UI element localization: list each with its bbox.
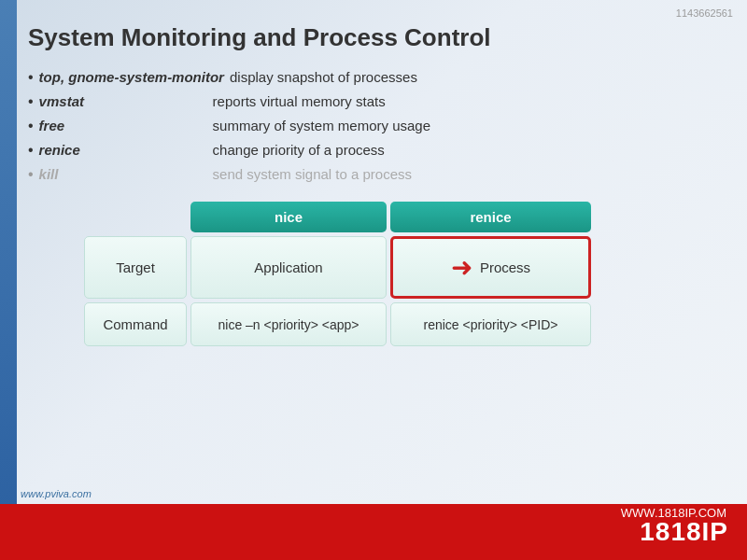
process-content: ➜ Process [451, 252, 530, 283]
header-nice: nice [190, 202, 387, 232]
cell-target: Target [84, 236, 187, 299]
bullet-symbol: • [28, 118, 34, 134]
bottom-logo-sub: WWW.1818IP.COM [621, 506, 726, 520]
bottom-bar: WWW.1818IP.COM 1818IP [0, 504, 747, 560]
arrow-icon: ➜ [451, 252, 472, 283]
process-label: Process [480, 259, 530, 275]
list-item: • top, gnome-system-monitor display snap… [28, 69, 733, 86]
cell-process: ➜ Process [390, 236, 591, 299]
list-item-muted: • kill send system signal to a process [28, 166, 733, 183]
list-item: • renice change priority of a process [28, 142, 733, 159]
header-renice: renice [390, 202, 591, 232]
command-description: summary of system memory usage [213, 118, 430, 133]
grid: nice renice Target Application ➜ Process… [84, 202, 733, 346]
command-name: top, gnome-system-monitor [39, 69, 224, 85]
left-bar [0, 0, 17, 560]
command-name-muted: kill [39, 166, 207, 182]
bullet-symbol: • [28, 69, 34, 86]
bullet-list: • top, gnome-system-monitor display snap… [28, 69, 733, 183]
command-name: free [39, 118, 207, 133]
cell-command: Command [84, 302, 187, 346]
bottom-logo: 1818IP [640, 517, 728, 547]
command-name: vmstat [39, 93, 207, 109]
command-description: display snapshot of processes [230, 69, 417, 85]
cell-renice-command: renice <priority> <PID> [390, 302, 591, 346]
bullet-symbol: • [28, 142, 34, 159]
table-section: nice renice Target Application ➜ Process… [84, 202, 733, 346]
command-description-muted: send system signal to a process [213, 166, 412, 182]
list-item: • vmstat reports virtual memory stats [28, 93, 733, 110]
cell-application: Application [190, 236, 387, 299]
command-description: change priority of a process [213, 142, 385, 158]
list-item: • free summary of system memory usage [28, 118, 733, 134]
cell-nice-command: nice –n <priority> <app> [190, 302, 387, 346]
bullet-symbol: • [28, 93, 34, 110]
command-description: reports virtual memory stats [213, 93, 386, 109]
main-content: System Monitoring and Process Control • … [28, 14, 733, 499]
page-title: System Monitoring and Process Control [28, 23, 733, 52]
header-empty [84, 202, 187, 232]
bullet-symbol: • [28, 166, 34, 183]
command-name: renice [39, 142, 207, 158]
